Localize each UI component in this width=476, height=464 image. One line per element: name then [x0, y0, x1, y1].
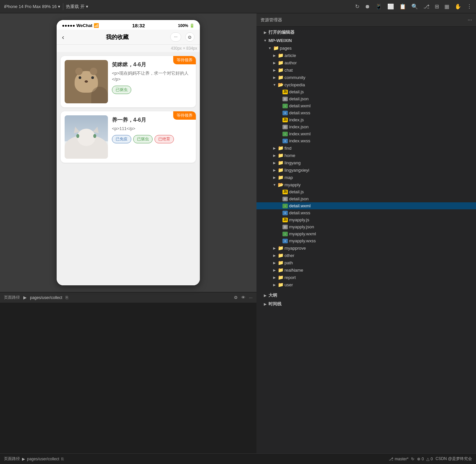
- json-icon: {}: [282, 125, 288, 129]
- git-branch-name: master*: [395, 457, 408, 461]
- lingyangxieyi-folder[interactable]: 📁 lingyangxieyi: [256, 166, 476, 174]
- report-folder[interactable]: 📁 report: [256, 274, 476, 281]
- myapply-myapply-json[interactable]: {} myapply.json: [256, 223, 476, 230]
- user-folder[interactable]: 📁 user: [256, 281, 476, 288]
- path-folder-icon: 📁: [278, 260, 283, 265]
- path-label: 页面路径: [4, 295, 20, 300]
- myapply-detail-json[interactable]: {} detail.json: [256, 195, 476, 202]
- file-label: detail.wxss: [289, 210, 310, 215]
- pet-desc-1: <p>现在妈妈不让养，求一个对它好的人</p>: [112, 70, 192, 82]
- myapply-detail-wxss[interactable]: ≡ detail.wxss: [256, 209, 476, 216]
- cyclopedia-detail-js[interactable]: JS detail.js: [256, 88, 476, 95]
- realname-folder[interactable]: 📁 realName: [256, 266, 476, 274]
- more-icon[interactable]: ···: [249, 295, 252, 300]
- author-folder[interactable]: 📁 author: [256, 59, 476, 66]
- open-editors-section[interactable]: 打开的编辑器: [256, 28, 476, 37]
- myapply-myapply-wxss[interactable]: ≡ myapply.wxss: [256, 237, 476, 244]
- mp-weixin-label: MP-WEIXIN: [268, 38, 292, 43]
- hand-icon[interactable]: ✋: [455, 3, 461, 10]
- myapply-detail-wxml[interactable]: ❧ detail.wxml: [256, 202, 476, 209]
- cyclopedia-index-wxss[interactable]: ≡ index.wxss: [256, 137, 476, 144]
- lingyang-folder[interactable]: 📁 lingyang: [256, 159, 476, 166]
- nav-actions: ··· ⊙: [170, 32, 195, 42]
- device-selector[interactable]: iPhone 14 Pro Max 89% 16 ▾: [4, 4, 60, 9]
- pages-folder[interactable]: 📁 pages: [256, 44, 476, 52]
- user-label: user: [284, 282, 293, 287]
- dots-button[interactable]: ···: [170, 32, 181, 42]
- copy-path-icon[interactable]: ⎘: [61, 457, 64, 461]
- cyclopedia-index-wxml[interactable]: ❧ index.wxml: [256, 130, 476, 137]
- file-label: detail.js: [289, 89, 304, 94]
- wechat-navbar: ‹ 我的收藏 ··· ⊙: [57, 30, 200, 45]
- article-folder[interactable]: 📁 article: [256, 52, 476, 59]
- file-label: index.wxss: [289, 138, 310, 143]
- settings-icon[interactable]: ⋮: [467, 3, 472, 10]
- git-sync-icon[interactable]: ↻: [411, 457, 414, 461]
- realname-folder-icon: 📁: [278, 267, 283, 273]
- map-label: map: [284, 175, 293, 180]
- home-label: home: [284, 153, 295, 158]
- search-icon[interactable]: 🔍: [411, 3, 418, 10]
- cyclopedia-folder[interactable]: 📂 cyclopedia: [256, 81, 476, 88]
- panel-menu-icon[interactable]: ···: [468, 17, 472, 23]
- outline-section[interactable]: 大纲: [256, 291, 476, 300]
- cyclopedia-detail-wxml[interactable]: ❧ detail.wxml: [256, 102, 476, 109]
- article-arrow: [272, 53, 276, 57]
- branch-icon[interactable]: ⎇: [423, 3, 429, 10]
- refresh-icon[interactable]: ↻: [355, 3, 359, 10]
- phone-content: 等待领养: [57, 52, 200, 285]
- error-count: ⊗ 0: [417, 457, 424, 461]
- top-toolbar: iPhone 14 Pro Max 89% 16 ▾ 热重载 开 ▾ ↻ ⏺ 📱…: [0, 0, 476, 13]
- phone-frame: ●●●●● WeChat 📶 18:32 100% 🔋 ‹ 我的收藏: [57, 20, 200, 285]
- find-folder[interactable]: 📁 find: [256, 144, 476, 152]
- cyclopedia-detail-json[interactable]: {} detail.json: [256, 95, 476, 102]
- author-folder-icon: 📁: [278, 60, 283, 65]
- file-label: detail.js: [289, 189, 304, 194]
- myapprove-folder[interactable]: 📁 myapprove: [256, 244, 476, 252]
- table-icon[interactable]: ▦: [444, 3, 449, 10]
- cyclopedia-detail-wxss[interactable]: ≡ detail.wxss: [256, 109, 476, 116]
- chat-folder[interactable]: 📁 chat: [256, 66, 476, 74]
- home-folder[interactable]: 📁 home: [256, 152, 476, 159]
- lingyang-label: lingyang: [284, 160, 300, 165]
- eye-icon[interactable]: 👁: [241, 295, 245, 300]
- cyclopedia-index-js[interactable]: JS index.js: [256, 116, 476, 123]
- window-icon[interactable]: ⬜: [387, 3, 394, 10]
- pet-card-1[interactable]: 等待领养: [61, 56, 196, 107]
- hotreload-selector[interactable]: 热重载 开 ▾: [66, 4, 88, 10]
- circle-button[interactable]: ⊙: [185, 32, 195, 42]
- copy-icon[interactable]: ⎘: [66, 295, 68, 300]
- back-button[interactable]: ‹: [62, 33, 64, 41]
- community-folder[interactable]: 📁 community: [256, 74, 476, 81]
- file-label: detail.json: [289, 96, 309, 101]
- phone-icon[interactable]: 📱: [375, 3, 382, 10]
- file-label: myapply.wxml: [289, 231, 316, 236]
- record-icon[interactable]: ⏺: [365, 4, 370, 10]
- file-label: index.js: [289, 117, 304, 122]
- report-folder-icon: 📁: [278, 275, 283, 280]
- settings2-icon[interactable]: ⚙: [234, 295, 238, 300]
- other-folder[interactable]: 📁 other: [256, 252, 476, 259]
- myapply-myapply-js[interactable]: JS myapply.js: [256, 216, 476, 223]
- file-tree: 打开的编辑器 MP-WEIXIN 📁 pages 📁 article: [256, 27, 476, 453]
- files-icon[interactable]: 📋: [399, 3, 406, 10]
- tag-dewormed-1: 已驱虫: [112, 86, 131, 94]
- myapply-myapply-wxml[interactable]: ❧ myapply.wxml: [256, 230, 476, 237]
- pet-card-2[interactable]: 等待领养 养一养，4-6月 <: [61, 111, 196, 163]
- pages-label: pages: [280, 46, 291, 51]
- myapply-detail-js[interactable]: JS detail.js: [256, 188, 476, 195]
- timeline-section[interactable]: 时间线: [256, 300, 476, 308]
- cyclopedia-index-json[interactable]: {} index.json: [256, 123, 476, 130]
- chat-label: chat: [284, 68, 293, 73]
- pages-arrow: [268, 46, 272, 50]
- path-folder[interactable]: 📁 path: [256, 259, 476, 266]
- device-label: iPhone 14 Pro Max 89% 16: [4, 4, 57, 9]
- myapply-folder[interactable]: 📂 myapply: [256, 181, 476, 188]
- realname-label: realName: [284, 268, 303, 273]
- mp-weixin-section[interactable]: MP-WEIXIN: [256, 37, 476, 44]
- pages-folder-icon: 📁: [273, 45, 278, 51]
- grid-icon[interactable]: ⊞: [435, 3, 439, 10]
- time-display: 18:32: [132, 23, 145, 28]
- map-folder[interactable]: 📁 map: [256, 174, 476, 181]
- outline-label: 大纲: [268, 292, 277, 298]
